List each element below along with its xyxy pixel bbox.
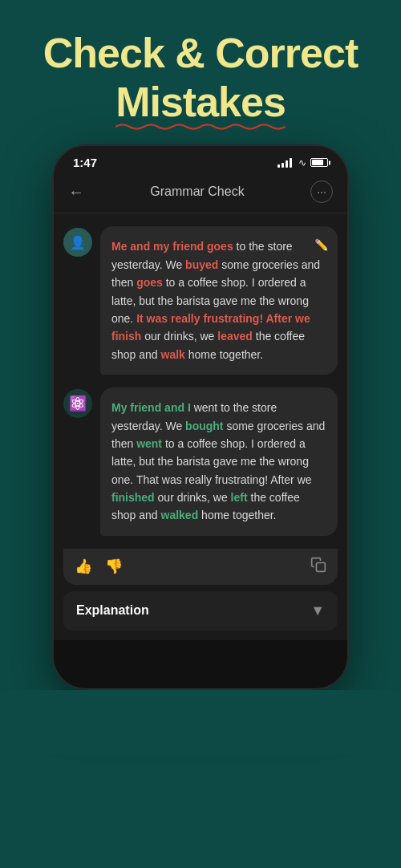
ai-text-correct-6: walked [161, 509, 199, 521]
back-button[interactable]: ← [68, 183, 84, 201]
title-line1: Check & Correct [16, 30, 385, 76]
status-icons: ∿ [277, 157, 328, 168]
ai-text-correct-3: went [136, 437, 162, 450]
ai-text-normal-6: home together. [198, 509, 276, 521]
user-text-error-5: leaved [217, 330, 253, 343]
user-message-bubble: ✏️ Me and my friend goes to the store ye… [100, 226, 338, 375]
more-icon: ··· [317, 185, 326, 198]
thumbs-up-button[interactable]: 👍 [75, 558, 92, 575]
chat-area: 👤 ✏️ Me and my friend goes to the store … [54, 213, 347, 548]
user-text-error-3: goes [136, 276, 163, 289]
status-time: 1:47 [73, 156, 97, 169]
title-line2: Mistakes [115, 79, 286, 125]
user-message-row: 👤 ✏️ Me and my friend goes to the store … [63, 226, 338, 375]
ai-avatar-icon: ⚛️ [69, 395, 87, 412]
ai-text-correct-4: finished [111, 491, 155, 504]
bottom-area [54, 640, 347, 688]
chevron-down-icon: ▼ [310, 602, 325, 619]
header-area: Check & Correct Mistakes [0, 0, 401, 144]
ai-text-correct-1: My friend and I [111, 401, 191, 414]
user-text-error-2: buyed [185, 258, 218, 271]
action-row: 👍 👎 [63, 549, 338, 585]
edit-icon[interactable]: ✏️ [314, 236, 328, 254]
ai-message-row: ⚛️ My friend and I went to the store yes… [63, 387, 338, 536]
phone-mockup: 1:47 ∿ ← Grammar Check ··· 👤 [52, 144, 349, 689]
user-avatar: 👤 [63, 228, 92, 257]
nav-bar: ← Grammar Check ··· [54, 174, 347, 213]
nav-title: Grammar Check [150, 185, 244, 199]
user-text-error-1: Me and my friend goes [111, 240, 233, 253]
user-text-error-6: walk [161, 348, 185, 361]
explanation-row[interactable]: Explanation ▼ [63, 591, 338, 631]
explanation-label: Explanation [76, 603, 149, 618]
wifi-icon: ∿ [298, 157, 306, 168]
ai-text-normal-4: our drinks, we [155, 491, 231, 504]
svg-rect-0 [317, 562, 326, 571]
ai-text-correct-2: bought [185, 420, 223, 432]
more-button[interactable]: ··· [310, 180, 333, 203]
user-avatar-icon: 👤 [70, 235, 86, 250]
outer-bottom [0, 690, 401, 754]
copy-button[interactable] [310, 557, 326, 577]
ai-text-correct-5: left [231, 491, 248, 504]
thumbs-down-button[interactable]: 👎 [105, 558, 123, 575]
ai-message-bubble: My friend and I went to the store yester… [100, 387, 338, 536]
status-bar: 1:47 ∿ [54, 146, 347, 174]
battery-icon [310, 158, 328, 167]
user-text-normal-4: our drinks, we [141, 330, 217, 343]
ai-avatar: ⚛️ [63, 389, 92, 418]
user-text-normal-6: home together. [185, 348, 263, 361]
action-left: 👍 👎 [75, 558, 123, 575]
signal-bars-icon [277, 158, 292, 168]
squiggle-decoration [115, 122, 286, 132]
